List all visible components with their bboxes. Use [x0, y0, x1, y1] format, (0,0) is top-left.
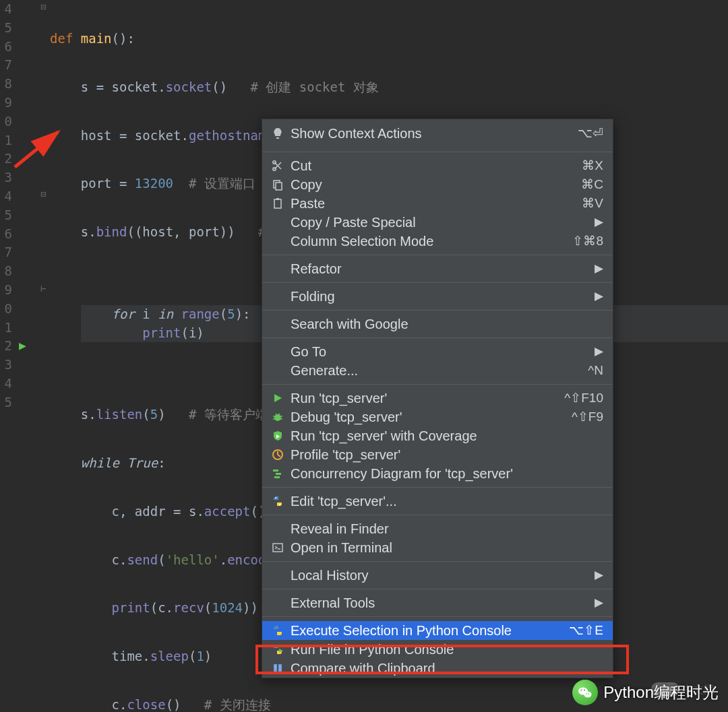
fold-icon[interactable]: ⊟ [40, 189, 46, 199]
menu-run-file-console[interactable]: Run File in Python Console [262, 640, 613, 659]
menu-column-selection[interactable]: Column Selection Mode ⇧⌘8 [262, 232, 613, 251]
svg-point-13 [279, 504, 280, 505]
menu-execute-selection[interactable]: Execute Selection in Python Console ⌥⇧E [262, 621, 613, 640]
concurrency-icon [270, 466, 285, 481]
menu-show-context-actions[interactable]: Show Context Actions ⌥⏎ [262, 119, 613, 148]
copy-icon [270, 177, 285, 192]
python-run-icon [270, 642, 285, 657]
menu-run-coverage[interactable]: Run 'tcp_server' with Coverage [262, 426, 613, 445]
svg-point-20 [584, 690, 585, 691]
python-icon [270, 623, 285, 638]
menu-goto[interactable]: Go To ▶ [262, 342, 613, 361]
menu-generate[interactable]: Generate... ^N [262, 361, 613, 380]
svg-rect-5 [274, 199, 281, 208]
chevron-right-icon: ▶ [595, 259, 603, 278]
svg-rect-16 [278, 664, 282, 672]
scissors-icon [270, 158, 285, 173]
menu-debug[interactable]: Debug 'tcp_server' ^⇧F9 [262, 408, 613, 426]
svg-point-22 [588, 693, 590, 694]
svg-point-21 [586, 693, 587, 694]
profile-icon [270, 447, 285, 462]
menu-edit-config[interactable]: Edit 'tcp_server'... [262, 492, 613, 511]
coverage-icon [270, 428, 285, 443]
menu-reveal-finder[interactable]: Reveal in Finder [262, 519, 613, 538]
svg-point-12 [275, 497, 276, 498]
menu-run[interactable]: Run 'tcp_server' ^⇧F10 [262, 389, 613, 408]
menu-external-tools[interactable]: External Tools ▶ [262, 593, 613, 612]
bulb-icon [270, 126, 285, 141]
chevron-right-icon: ▶ [595, 342, 603, 361]
terminal-icon [270, 540, 285, 555]
diff-icon [270, 661, 285, 676]
chevron-right-icon: ▶ [595, 287, 603, 306]
menu-folding[interactable]: Folding ▶ [262, 287, 613, 306]
menu-cut[interactable]: Cut ⌘X [262, 156, 613, 175]
chevron-right-icon: ▶ [595, 566, 603, 585]
wechat-icon [572, 680, 598, 705]
menu-copy[interactable]: Copy ⌘C [262, 175, 613, 194]
gutter-marks: ⊟ ⊟ ⊢ ▶ [16, 0, 50, 712]
svg-rect-4 [276, 183, 282, 190]
menu-copy-paste-special[interactable]: Copy / Paste Special ▶ [262, 213, 613, 232]
svg-rect-6 [276, 198, 279, 200]
wechat-watermark: Python编程时光 [572, 680, 719, 705]
svg-point-18 [584, 692, 592, 698]
clipboard-icon [270, 196, 285, 211]
menu-concurrency[interactable]: Concurrency Diagram for 'tcp_server' [262, 464, 613, 483]
menu-search-google[interactable]: Search with Google [262, 315, 613, 333]
svg-rect-10 [276, 473, 281, 475]
menu-local-history[interactable]: Local History ▶ [262, 566, 613, 585]
menu-compare-clipboard[interactable]: Compare with Clipboard [262, 659, 613, 678]
bug-icon [270, 410, 285, 424]
menu-refactor[interactable]: Refactor ▶ [262, 259, 613, 278]
line-number-gutter: 45 67 89 01 23 45 67 89 01 23 45 [0, 0, 16, 712]
play-icon [270, 391, 285, 406]
python-icon [270, 494, 285, 509]
context-menu: Show Context Actions ⌥⏎ Cut ⌘X Copy ⌘C P… [262, 119, 613, 678]
svg-rect-9 [273, 470, 278, 472]
menu-open-terminal[interactable]: Open in Terminal [262, 538, 613, 557]
chevron-right-icon: ▶ [595, 213, 603, 232]
menu-profile[interactable]: Profile 'tcp_server' [262, 445, 613, 464]
run-gutter-icon[interactable]: ▶ [19, 338, 26, 352]
fold-end-icon[interactable]: ⊢ [40, 283, 46, 294]
svg-point-19 [581, 690, 582, 691]
fold-icon[interactable]: ⊟ [40, 1, 46, 12]
svg-point-7 [274, 414, 281, 421]
menu-paste[interactable]: Paste ⌘V [262, 194, 613, 213]
chevron-right-icon: ▶ [595, 593, 603, 612]
svg-rect-11 [274, 476, 280, 478]
